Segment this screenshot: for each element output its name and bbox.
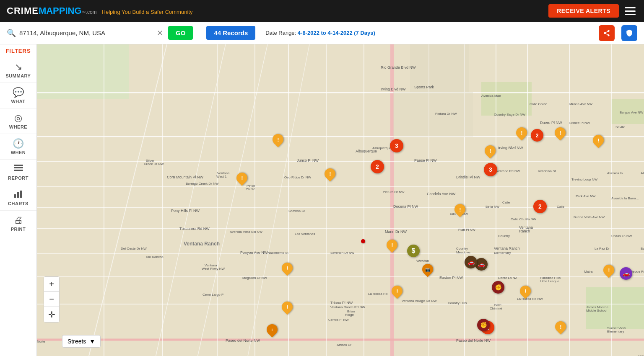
sidebar-item-when[interactable]: 🕐 WHEN [0, 134, 36, 160]
crime-marker-7[interactable]: ! [392, 286, 403, 300]
svg-line-36 [154, 44, 226, 356]
filters-label[interactable]: FILTERS [5, 48, 31, 54]
svg-text:Shawna St: Shawna St [288, 209, 305, 213]
crime-marker-15[interactable]: ! [603, 265, 615, 279]
sidebar-item-print[interactable]: 🖨 PRINT [0, 211, 36, 236]
svg-text:James Monroe: James Monroe [586, 305, 608, 309]
crime-marker-8[interactable]: ! [454, 204, 466, 218]
badge-button[interactable] [621, 25, 637, 41]
svg-text:Bella NW: Bella NW [486, 205, 500, 209]
crime-marker-fist-2[interactable]: ✊ [477, 319, 490, 331]
crime-marker-13[interactable]: ! [520, 286, 532, 300]
crime-marker-camera[interactable]: 📷 [422, 264, 434, 278]
go-button[interactable]: GO [168, 26, 193, 40]
svg-text:Ventana: Ventana [217, 171, 230, 175]
records-button[interactable]: 44 Records [206, 26, 255, 40]
map-roads: Irving Blvd NW Irving Blvd NW Paese Pl N… [37, 44, 644, 356]
crime-marker-cluster-2[interactable]: 2 [371, 160, 384, 173]
svg-text:Ventana Ranch: Ventana Ranch [184, 241, 220, 247]
crime-marker-cluster-4[interactable]: 2 [533, 200, 547, 213]
sidebar-item-summary[interactable]: ↘ SUMMARY [0, 57, 36, 83]
svg-text:Platt Pl NW: Platt Pl NW [458, 228, 475, 232]
svg-text:Del Oeste Dr NW: Del Oeste Dr NW [121, 247, 147, 250]
sidebar-item-charts[interactable]: CHARTS [0, 185, 36, 211]
crime-marker-5[interactable]: ! [282, 263, 293, 277]
svg-text:Silverton Dr NW: Silverton Dr NW [330, 251, 355, 255]
date-range: Date Range: 4-8-2022 to 4-14-2022 (7 Day… [265, 30, 375, 36]
svg-text:Albuquerque: Albuquerque [372, 146, 392, 150]
hamburger-menu-button[interactable] [623, 5, 637, 17]
crime-marker-cluster-1[interactable]: 3 [390, 139, 403, 152]
svg-text:Seville: Seville [615, 125, 626, 129]
share-button[interactable] [599, 25, 615, 41]
where-icon: ◎ [14, 113, 22, 124]
crime-marker-dollar[interactable]: $ [407, 245, 420, 257]
crime-marker-2[interactable]: ! [236, 173, 248, 187]
svg-rect-7 [37, 44, 129, 99]
svg-text:Pintura Dr NW: Pintura Dr NW [435, 112, 457, 116]
map-background: Irving Blvd NW Irving Blvd NW Paese Pl N… [37, 44, 644, 356]
header: CRIMEMAPPING™.com Helping You Build a Sa… [0, 0, 644, 22]
svg-text:Rio Rancho: Rio Rancho [146, 255, 164, 259]
svg-text:Avenida Mae: Avenida Mae [481, 94, 501, 98]
zoom-out-button[interactable]: − [44, 292, 59, 307]
hamburger-line [625, 7, 636, 8]
sidebar-item-report[interactable]: REPORT [0, 160, 36, 185]
svg-rect-0 [14, 165, 23, 166]
zoom-in-button[interactable]: + [44, 277, 59, 292]
svg-text:Country Hills: Country Hills [448, 301, 467, 305]
svg-text:Murcia Ave NW: Murcia Ave NW [569, 102, 592, 106]
svg-line-35 [87, 44, 167, 356]
map-container[interactable]: Irving Blvd NW Irving Blvd NW Paese Pl N… [37, 44, 644, 356]
receive-alerts-button[interactable]: RECEIVE ALERTS [548, 4, 619, 18]
svg-text:Ventana: Ventana [205, 263, 217, 267]
crime-marker-12[interactable]: ! [593, 135, 605, 149]
crime-marker-14[interactable]: ! [555, 321, 567, 335]
crime-marker-10[interactable]: ! [516, 127, 528, 142]
svg-text:Elementary: Elementary [494, 251, 511, 255]
crime-marker-info[interactable]: i [267, 324, 278, 338]
svg-text:Dante Ln NZ: Dante Ln NZ [498, 276, 517, 280]
svg-text:Paradise Hills: Paradise Hills [540, 276, 561, 280]
svg-text:Meadows: Meadows [456, 250, 470, 254]
svg-rect-8 [481, 82, 532, 116]
svg-text:Paseo del Norte NW: Paseo del Norte NW [226, 338, 260, 343]
what-icon: 💬 [13, 87, 24, 98]
crime-marker-purple-car[interactable]: 🚗 [620, 267, 632, 280]
svg-text:Ventana Rd NW: Ventana Rd NW [496, 169, 520, 173]
svg-rect-39 [393, 92, 473, 137]
map-type-selector[interactable]: Streets ▼ [62, 335, 101, 348]
crime-marker-cluster-3[interactable]: 3 [484, 163, 497, 176]
crime-marker-cluster-5[interactable]: 2 [531, 129, 543, 142]
svg-line-38 [247, 44, 309, 356]
crime-marker-4[interactable]: ! [387, 240, 398, 254]
hamburger-line [625, 14, 636, 15]
crime-marker-6[interactable]: ! [282, 302, 293, 316]
locate-button[interactable]: ✛ [44, 307, 59, 322]
sidebar-what-label: WHAT [11, 99, 25, 104]
svg-text:Avenida Vista Sol NW: Avenida Vista Sol NW [230, 230, 262, 234]
sidebar-item-what[interactable]: 💬 WHAT [0, 83, 36, 108]
crime-marker-dot[interactable] [361, 239, 365, 243]
crime-marker-fist-1[interactable]: ✊ [492, 281, 504, 294]
svg-text:Calle Cordo: Calle Cordo [530, 102, 548, 106]
svg-text:Irving Blvd NW: Irving Blvd NW [498, 146, 523, 150]
svg-text:Calle: Calle [494, 303, 502, 307]
svg-text:Pony Hills Pl NW: Pony Hills Pl NW [171, 209, 200, 213]
crime-marker-car-2[interactable]: 🚗 [465, 256, 477, 268]
svg-text:Candela Ave NW: Candela Ave NW [427, 192, 456, 196]
svg-text:Sunset View: Sunset View [607, 326, 626, 330]
svg-text:Pintura Dr NW: Pintura Dr NW [383, 190, 405, 194]
crime-marker-9[interactable]: ! [485, 145, 496, 160]
search-input[interactable] [19, 29, 153, 36]
svg-text:Mogollon Dr NW: Mogollon Dr NW [242, 276, 267, 280]
crime-marker-11[interactable]: ! [555, 127, 566, 142]
sidebar-item-where[interactable]: ◎ WHERE [0, 108, 36, 134]
crime-marker-3[interactable]: ! [325, 168, 336, 183]
svg-text:Ventana: Ventana [519, 225, 533, 230]
svg-text:Docena Pl NW: Docena Pl NW [393, 204, 418, 209]
date-range-value[interactable]: 4-8-2022 to 4-14-2022 (7 Days) [298, 30, 375, 36]
clear-search-button[interactable]: ✕ [157, 28, 163, 38]
crime-marker-1[interactable]: ! [273, 134, 284, 148]
when-icon: 🕐 [13, 138, 24, 149]
